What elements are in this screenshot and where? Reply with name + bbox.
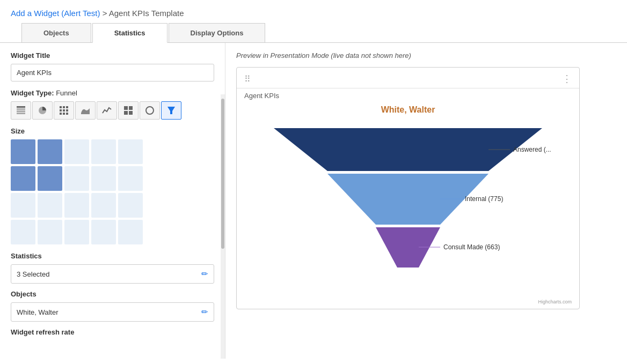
type-icon-table[interactable] [11, 101, 31, 120]
objects-edit-icon[interactable]: ✏ [201, 307, 208, 317]
svg-rect-0 [17, 106, 25, 108]
size-cell-2-0[interactable] [11, 193, 35, 218]
widget-preview-title-bar: Agent KPIs [237, 88, 579, 100]
svg-rect-8 [60, 109, 62, 112]
drag-dots-icon: ⠿ [244, 74, 252, 84]
size-cell-1-4[interactable] [118, 166, 143, 191]
type-icon-grid[interactable] [54, 101, 74, 120]
widget-preview: ⠿ ⋮ Agent KPIs White, Walter [236, 67, 580, 309]
svg-rect-16 [124, 111, 128, 115]
size-cell-0-4[interactable] [118, 139, 143, 164]
svg-text:Internal (775): Internal (775) [465, 195, 503, 203]
svg-marker-21 [327, 174, 489, 225]
type-icons [11, 101, 214, 120]
svg-rect-15 [129, 106, 133, 110]
svg-rect-13 [66, 113, 68, 115]
widget-preview-title-text: Agent KPIs [244, 92, 279, 100]
size-grid [11, 139, 214, 244]
size-cell-3-3[interactable] [91, 220, 116, 244]
size-cell-0-1[interactable] [38, 139, 62, 164]
widget-title-label: Widget Title [11, 51, 214, 60]
tab-statistics[interactable]: Statistics [92, 23, 167, 43]
right-panel: Preview in Presentation Mode (live data … [225, 43, 627, 359]
widget-preview-header: ⠿ ⋮ [237, 68, 579, 88]
type-icon-block[interactable] [118, 101, 138, 120]
highcharts-credit: Highcharts.com [237, 297, 579, 309]
type-icon-area[interactable] [75, 101, 96, 120]
svg-marker-19 [167, 107, 175, 114]
svg-rect-10 [66, 109, 68, 112]
svg-text:Answered (...: Answered (... [513, 146, 551, 153]
type-icon-pie[interactable] [32, 101, 53, 120]
type-icon-line[interactable] [97, 101, 117, 120]
breadcrumb-separator: > [100, 9, 108, 18]
objects-value: White, Walter [17, 308, 201, 316]
statistics-field[interactable]: 3 Selected ✏ [11, 264, 214, 284]
svg-rect-2 [17, 110, 25, 112]
statistics-label: Statistics [11, 252, 214, 260]
size-section: Size [11, 127, 214, 244]
size-cell-2-2[interactable] [64, 193, 89, 218]
preview-title: Preview in Presentation Mode (live data … [236, 51, 616, 60]
objects-section: Objects White, Walter ✏ [11, 290, 214, 322]
objects-field[interactable]: White, Walter ✏ [11, 302, 214, 322]
statistics-edit-icon[interactable]: ✏ [201, 269, 208, 279]
size-cell-0-3[interactable] [91, 139, 116, 164]
objects-label: Objects [11, 290, 214, 298]
statistics-value: 3 Selected [17, 270, 201, 278]
breadcrumb-current: Agent KPIs Template [109, 9, 184, 18]
size-cell-1-0[interactable] [11, 166, 35, 191]
size-cell-2-1[interactable] [38, 193, 62, 218]
type-icon-funnel[interactable] [161, 101, 181, 120]
svg-rect-11 [60, 113, 62, 115]
svg-rect-17 [129, 111, 133, 115]
size-cell-3-0[interactable] [11, 220, 35, 244]
size-cell-0-0[interactable] [11, 139, 35, 164]
size-cell-1-3[interactable] [91, 166, 116, 191]
size-label: Size [11, 127, 214, 135]
widget-type-row: Widget Type: Funnel [11, 89, 214, 97]
funnel-chart: Answered (... Internal (775) Consult Mad… [258, 120, 558, 286]
svg-rect-1 [17, 108, 25, 110]
more-options-icon[interactable]: ⋮ [562, 73, 572, 85]
svg-rect-5 [60, 106, 62, 108]
widget-type-label: Widget Type: [11, 89, 54, 97]
svg-rect-9 [63, 109, 65, 112]
svg-rect-14 [124, 106, 128, 110]
widget-type-value: Funnel [56, 89, 77, 97]
type-icon-circle[interactable] [140, 101, 160, 120]
svg-text:Consult Made (663): Consult Made (663) [443, 243, 500, 251]
scrollbar-thumb[interactable] [221, 99, 224, 249]
tab-display-options[interactable]: Display Options [169, 23, 266, 42]
main-layout: Widget Title Widget Type: Funnel [0, 43, 627, 359]
breadcrumb: Add a Widget (Alert Test) > Agent KPIs T… [11, 9, 616, 18]
page-header: Add a Widget (Alert Test) > Agent KPIs T… [0, 0, 627, 23]
size-cell-3-1[interactable] [38, 220, 62, 244]
svg-rect-12 [63, 113, 65, 115]
size-cell-3-4[interactable] [118, 220, 143, 244]
size-cell-2-4[interactable] [118, 193, 143, 218]
funnel-chart-title: White, Walter [247, 105, 568, 115]
refresh-section: Widget refresh rate [11, 328, 214, 336]
tabs-bar: Objects Statistics Display Options [0, 23, 627, 43]
size-cell-0-2[interactable] [64, 139, 89, 164]
size-cell-2-3[interactable] [91, 193, 116, 218]
widget-title-input[interactable] [11, 64, 214, 81]
svg-point-18 [146, 107, 154, 114]
statistics-section: Statistics 3 Selected ✏ [11, 252, 214, 284]
refresh-label: Widget refresh rate [11, 328, 214, 336]
tab-objects[interactable]: Objects [21, 23, 91, 42]
svg-rect-7 [66, 106, 68, 108]
scrollbar-track[interactable] [221, 94, 225, 359]
size-cell-3-2[interactable] [64, 220, 89, 244]
breadcrumb-link[interactable]: Add a Widget (Alert Test) [11, 9, 100, 18]
size-cell-1-2[interactable] [64, 166, 89, 191]
svg-rect-6 [63, 106, 65, 108]
svg-rect-3 [17, 113, 25, 114]
funnel-container: White, Walter [237, 100, 579, 297]
left-panel: Widget Title Widget Type: Funnel [0, 43, 225, 359]
size-cell-1-1[interactable] [38, 166, 62, 191]
